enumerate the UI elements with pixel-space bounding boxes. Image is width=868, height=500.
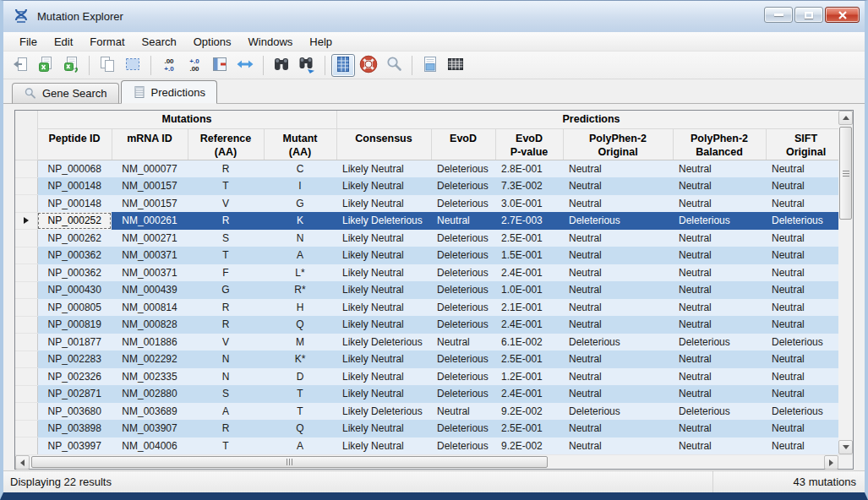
table-cell[interactable]: Likely Deleterious bbox=[336, 334, 431, 351]
table-cell[interactable]: NM_000271 bbox=[112, 230, 188, 247]
table-cell[interactable]: Neutral bbox=[766, 160, 838, 178]
table-cell[interactable]: Neutral bbox=[431, 403, 495, 421]
table-cell[interactable]: NM_000157 bbox=[112, 195, 188, 213]
row-selector[interactable] bbox=[15, 334, 37, 351]
table-cell[interactable]: Deleterious bbox=[431, 195, 495, 213]
table-cell[interactable]: NP_002283 bbox=[37, 351, 112, 368]
select-region-button[interactable] bbox=[121, 54, 145, 77]
freeze-panes-button[interactable] bbox=[208, 54, 232, 77]
table-cell[interactable]: NM_003907 bbox=[112, 420, 188, 438]
vertical-scroll-thumb[interactable] bbox=[839, 127, 852, 220]
table-cell[interactable]: NM_002292 bbox=[112, 351, 188, 368]
table-cell[interactable]: NM_000261 bbox=[112, 212, 188, 230]
table-cell[interactable]: 9.2E-002 bbox=[495, 438, 563, 455]
table-cell[interactable]: Deleterious bbox=[673, 212, 766, 230]
table-cell[interactable]: Neutral bbox=[431, 212, 495, 230]
zoom-button[interactable] bbox=[382, 54, 406, 77]
table-cell[interactable]: G bbox=[264, 195, 336, 213]
table-cell[interactable]: Likely Neutral bbox=[336, 385, 431, 403]
table-cell[interactable]: Neutral bbox=[766, 177, 838, 195]
table-cell[interactable]: R bbox=[188, 212, 264, 230]
table-cell[interactable]: NP_000362 bbox=[37, 247, 112, 264]
scroll-left-button[interactable] bbox=[15, 455, 30, 470]
horizontal-scroll-thumb[interactable] bbox=[31, 456, 548, 468]
table-cell[interactable]: Deleterious bbox=[431, 160, 495, 178]
table-cell[interactable]: NP_002326 bbox=[37, 368, 112, 386]
table-cell[interactable]: A bbox=[188, 403, 264, 421]
table-cell[interactable]: Likely Neutral bbox=[336, 264, 431, 282]
table-cell[interactable]: Likely Neutral bbox=[336, 299, 431, 317]
table-cell[interactable]: Neutral bbox=[673, 177, 766, 195]
table-cell[interactable]: Deleterious bbox=[563, 212, 673, 230]
column-header-reference-aa-[interactable]: Reference(AA) bbox=[188, 128, 264, 160]
table-cell[interactable]: R* bbox=[264, 281, 336, 299]
table-cell[interactable]: NM_000814 bbox=[112, 299, 188, 317]
table-cell[interactable]: S bbox=[188, 385, 264, 403]
table-cell[interactable]: Likely Neutral bbox=[336, 281, 431, 299]
table-cell[interactable]: NM_000077 bbox=[112, 160, 188, 178]
copy-button[interactable] bbox=[96, 54, 119, 77]
table-cell[interactable]: Neutral bbox=[766, 264, 838, 282]
table-cell[interactable]: 3.0E-001 bbox=[495, 195, 563, 213]
table-cell[interactable]: Neutral bbox=[673, 264, 766, 282]
row-selector[interactable] bbox=[15, 299, 37, 317]
table-cell[interactable]: Deleterious bbox=[431, 351, 495, 368]
table-cell[interactable]: Deleterious bbox=[766, 403, 838, 421]
scroll-right-button[interactable] bbox=[824, 455, 838, 470]
row-selector[interactable] bbox=[15, 264, 37, 282]
table-cell[interactable]: Neutral bbox=[766, 316, 838, 334]
autofit-width-button[interactable] bbox=[233, 54, 257, 77]
table-cell[interactable]: F bbox=[188, 264, 264, 282]
maximize-button[interactable] bbox=[794, 7, 823, 23]
scroll-up-button[interactable] bbox=[838, 111, 853, 125]
table-cell[interactable]: Likely Neutral bbox=[336, 351, 431, 368]
table-cell[interactable]: Neutral bbox=[673, 299, 766, 317]
table-cell[interactable]: Likely Deleterious bbox=[336, 212, 431, 230]
table-cell[interactable]: 2.5E-001 bbox=[495, 351, 563, 368]
table-cell[interactable]: NM_000371 bbox=[112, 247, 188, 264]
vertical-scroll-track[interactable] bbox=[838, 125, 853, 440]
table-cell[interactable]: Neutral bbox=[673, 385, 766, 403]
table-cell[interactable]: NM_002335 bbox=[112, 368, 188, 386]
table-cell[interactable]: Neutral bbox=[563, 247, 673, 264]
table-cell[interactable]: R bbox=[188, 420, 264, 438]
column-header-polyphen-2-balanced[interactable]: PolyPhen-2Balanced bbox=[673, 128, 766, 160]
table-cell[interactable]: Deleterious bbox=[431, 316, 495, 334]
table-cell[interactable]: Neutral bbox=[766, 438, 838, 455]
table-cell[interactable]: Neutral bbox=[673, 281, 766, 299]
table-cell[interactable]: C bbox=[264, 160, 336, 178]
table-cell[interactable]: S bbox=[188, 230, 264, 247]
tab-gene-search[interactable]: Gene Search bbox=[12, 83, 119, 104]
table-cell[interactable]: NM_003689 bbox=[112, 403, 188, 421]
table-cell[interactable]: 2.4E-001 bbox=[495, 264, 563, 282]
table-cell[interactable]: Neutral bbox=[563, 438, 673, 455]
table-cell[interactable]: K bbox=[264, 212, 336, 230]
table-cell[interactable]: NM_000157 bbox=[112, 177, 188, 195]
table-cell[interactable]: Neutral bbox=[766, 385, 838, 403]
table-cell[interactable]: NP_003997 bbox=[37, 438, 112, 455]
help-button[interactable] bbox=[357, 54, 380, 77]
table-cell[interactable]: T bbox=[188, 247, 264, 264]
table-cell[interactable]: 2.4E-001 bbox=[495, 385, 563, 403]
table-cell[interactable]: 1.5E-001 bbox=[495, 247, 563, 264]
table-cell[interactable]: 6.1E-002 bbox=[495, 334, 563, 351]
table-cell[interactable]: Likely Neutral bbox=[336, 316, 431, 334]
table-cell[interactable]: NP_000362 bbox=[37, 264, 112, 282]
table-cell[interactable]: Deleterious bbox=[431, 420, 495, 438]
table-cell[interactable]: Neutral bbox=[563, 299, 673, 317]
table-cell[interactable]: R bbox=[188, 316, 264, 334]
table-cell[interactable]: Likely Neutral bbox=[336, 438, 431, 455]
table-cell[interactable]: NP_000148 bbox=[37, 195, 112, 213]
table-cell[interactable]: NM_000439 bbox=[112, 281, 188, 299]
column-header-evod[interactable]: EvoD bbox=[431, 128, 495, 160]
row-selector[interactable] bbox=[15, 177, 37, 195]
export-excel-csv-button[interactable] bbox=[59, 54, 83, 77]
table-cell[interactable]: Neutral bbox=[563, 160, 673, 178]
table-view-button[interactable] bbox=[331, 54, 355, 77]
table-cell[interactable]: Deleterious bbox=[673, 334, 766, 351]
table-cell[interactable]: NP_001877 bbox=[37, 334, 112, 351]
column-header-consensus[interactable]: Consensus bbox=[336, 128, 431, 160]
row-selector[interactable] bbox=[15, 385, 37, 403]
table-cell[interactable]: Neutral bbox=[673, 230, 766, 247]
menu-windows[interactable]: Windows bbox=[240, 33, 302, 51]
